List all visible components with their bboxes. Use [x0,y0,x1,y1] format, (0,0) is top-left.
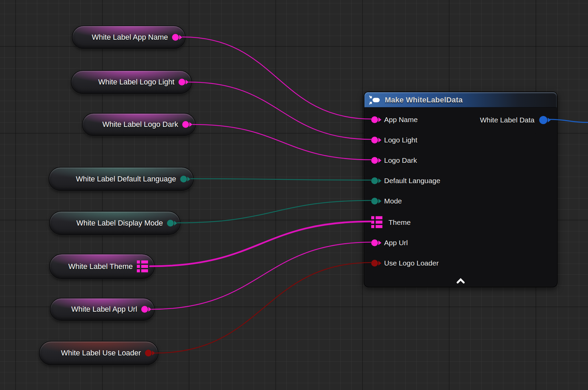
struct-grid-pin-icon[interactable] [137,260,148,272]
enum-pin-icon[interactable] [167,220,174,227]
getter-node-label: White Label Logo Dark [102,120,178,129]
enum-pin-icon[interactable] [371,177,378,184]
input-pin-label: Use Logo Loader [384,259,439,267]
enum-pin-icon[interactable] [180,176,187,182]
blueprint-graph-canvas[interactable]: White Label App NameWhite Label Logo Lig… [0,0,588,390]
wire-display-mode[interactable] [177,200,372,223]
getter-node-label: White Label Logo Light [98,78,174,86]
wire-logo-light[interactable] [189,82,372,139]
input-pin-label: Theme [388,218,411,226]
output-pin-row: White Label Data [480,116,547,124]
collapse-node-button[interactable] [456,278,465,284]
string-pin-icon[interactable] [141,306,148,313]
getter-node-white-label-default-language[interactable]: White Label Default Language [48,167,194,191]
input-pin-row-use-logo-loader[interactable]: Use Logo Loader [371,259,439,267]
chevron-up-icon [456,278,465,284]
wire-default-language[interactable] [191,179,372,180]
wire-app-name[interactable] [183,37,372,119]
wire-logo-dark[interactable] [193,124,372,160]
bool-pin-icon[interactable] [371,260,378,267]
make-struct-icon [368,95,380,105]
wire-app-url[interactable] [152,242,372,309]
input-pin-label: App Url [384,239,408,247]
string-pin-icon[interactable] [371,116,378,123]
getter-node-white-label-display-mode[interactable]: White Label Display Mode [49,211,181,235]
input-pin-row-default-language[interactable]: Default Language [371,177,440,185]
node-header[interactable]: Make WhiteLabelData [364,92,557,108]
output-pin-label: White Label Data [480,116,534,124]
input-pin-row-mode[interactable]: Mode [371,197,402,205]
input-pin-label: Logo Light [384,136,417,144]
string-pin-icon[interactable] [371,239,378,246]
getter-node-white-label-logo-dark[interactable]: White Label Logo Dark [82,113,196,136]
input-pin-row-theme[interactable]: Theme [371,216,411,228]
getter-node-label: White Label Use Loader [61,349,141,357]
getter-node-label: White Label Theme [68,262,133,271]
getter-node-label: White Label App Name [92,33,168,42]
getter-node-white-label-app-name[interactable]: White Label App Name [72,25,186,49]
input-pin-label: Default Language [384,177,440,185]
node-make-whitelabeldata[interactable]: Make WhiteLabelData App NameLogo LightLo… [364,92,558,287]
input-pin-row-app-url[interactable]: App Url [371,239,408,247]
input-pin-label: Logo Dark [384,156,417,164]
getter-node-white-label-logo-light[interactable]: White Label Logo Light [71,70,192,94]
getter-node-white-label-use-loader[interactable]: White Label Use Loader [39,341,159,365]
input-pin-row-app-name[interactable]: App Name [371,116,418,124]
input-pin-label: App Name [384,116,418,124]
string-pin-icon[interactable] [371,137,378,143]
getter-node-label: White Label Default Language [76,175,176,183]
getter-node-label: White Label Display Mode [76,219,163,228]
input-pin-label: Mode [384,197,402,205]
getter-node-white-label-theme[interactable]: White Label Theme [49,254,155,279]
string-pin-icon[interactable] [178,79,185,85]
string-pin-icon[interactable] [172,34,179,41]
struct-grid-pin-icon[interactable] [371,216,382,228]
node-title: Make WhiteLabelData [385,96,463,104]
string-pin-icon[interactable] [371,157,378,164]
getter-node-label: White Label App Url [71,305,137,314]
getter-node-white-label-app-url[interactable]: White Label App Url [50,298,155,321]
string-pin-icon[interactable] [182,121,189,128]
input-pin-row-logo-light[interactable]: Logo Light [371,136,417,144]
enum-pin-icon[interactable] [371,198,378,204]
input-pin-row-logo-dark[interactable]: Logo Dark [371,156,417,164]
wire-use-loader[interactable] [155,262,372,353]
output-pin-white-label-data[interactable] [539,116,547,124]
wire-theme[interactable] [150,221,371,266]
bool-pin-icon[interactable] [145,350,152,356]
